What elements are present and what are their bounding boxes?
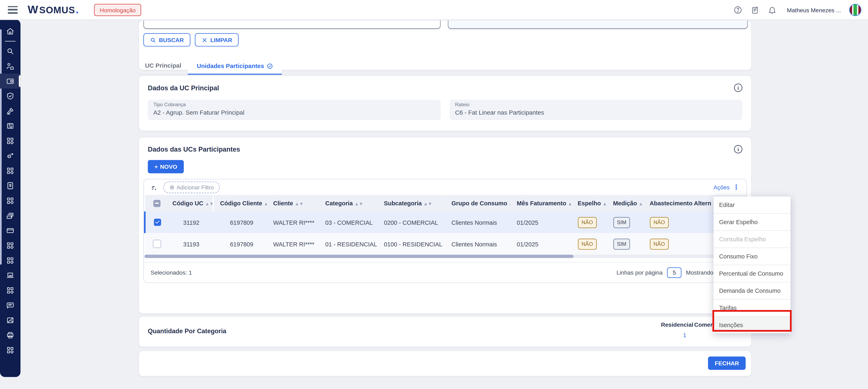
column-header[interactable]: Código UC▲▼ (166, 195, 214, 211)
sidebar-item-grid-icon[interactable] (0, 283, 21, 298)
badge-cell: SIM (607, 233, 643, 255)
sidebar-item-grid-icon[interactable] (0, 133, 21, 148)
field-rateio: Rateio C6 - Fat Linear nas Participantes (450, 100, 742, 120)
sidebar-item-printer-icon[interactable] (0, 328, 21, 342)
sidebar-item-users-home-icon[interactable] (0, 59, 21, 73)
cell: 0200 - COMERCIAL (377, 211, 445, 233)
help-icon[interactable] (733, 5, 742, 14)
user-name[interactable]: Matheus Menezes ... (787, 6, 841, 13)
column-header[interactable]: Mês Faturamento▲▼ (510, 195, 571, 211)
fechar-button[interactable]: FECHAR (708, 357, 746, 370)
column-header[interactable]: Medição▲▼ (607, 195, 643, 211)
quantidade-residencial-value: 1 (683, 332, 686, 338)
column-header[interactable]: Categoria▲▼ (318, 195, 377, 211)
sidebar-item-grid-icon[interactable] (0, 163, 21, 178)
novo-button[interactable]: + NOVO (148, 160, 184, 173)
quantidade-title: Quantidade Por Categoria (148, 328, 226, 334)
column-header[interactable]: Cliente▲▼ (267, 195, 319, 211)
info-icon[interactable]: i (734, 84, 742, 92)
verified-check-icon (267, 63, 273, 69)
tab-bar: UC Principal Unidades Participantes (138, 58, 282, 75)
badge-cell: SIM (607, 211, 643, 233)
status-badge: NÃO (578, 238, 597, 249)
sidebar-item-wallet-icon[interactable] (0, 73, 21, 88)
participantes-section: Dados das UCs Participantes i + NOVO ⊕ A… (138, 137, 751, 314)
table-row: 311936197809WALTER RI****01 - RESIDENCIA… (145, 233, 747, 255)
acoes-context-menu: EditarGerar EspelhoConsulta EspelhoConsu… (714, 197, 790, 333)
user-avatar[interactable] (849, 4, 862, 16)
search-input-left[interactable] (144, 20, 441, 29)
acoes-button[interactable]: Ações ⋮ (713, 183, 740, 191)
sidebar-item-search-icon[interactable] (0, 44, 21, 59)
sidebar-item-home-icon[interactable] (0, 24, 21, 39)
status-badge: NÃO (578, 217, 597, 228)
logo-text: SOMUS (39, 5, 75, 16)
bell-icon[interactable] (768, 5, 776, 14)
sidebar-item-grid-icon[interactable] (0, 238, 21, 253)
rows-per-page-label: Linhas por página (617, 269, 663, 276)
select-all-checkbox[interactable] (153, 200, 161, 207)
menu-hamburger-icon[interactable] (8, 6, 18, 13)
logo-dot: . (76, 3, 79, 16)
selected-count: Selecionados: 1 (151, 269, 192, 276)
column-header[interactable]: Subcategoria▲▼ (377, 195, 445, 211)
menu-item-isen-es[interactable]: Isenções (714, 317, 790, 333)
sidebar-item-image-slash-icon[interactable] (0, 313, 21, 328)
rows-per-page-select[interactable]: 5 (667, 267, 681, 277)
sidebar-item-chat-list-icon[interactable] (0, 298, 21, 313)
cell: 6197809 (214, 233, 267, 255)
scrollbar-thumb[interactable] (145, 255, 574, 258)
quantidade-col-residencial: Residencial (661, 321, 693, 328)
search-input-right[interactable] (448, 20, 748, 29)
uc-principal-section: Dados da UC Principal i Tipo Cobrança A2… (138, 76, 751, 131)
cell: 01/2025 (510, 211, 571, 233)
info-icon[interactable]: i (734, 145, 742, 153)
row-checkbox[interactable] (153, 240, 161, 248)
menu-item-editar[interactable]: Editar (714, 197, 790, 214)
sidebar-item-shield-check-icon[interactable] (0, 89, 21, 103)
sidebar-item-layers-icon[interactable] (0, 208, 21, 223)
quantidade-col-comercial: Comerc (694, 321, 716, 328)
tab-unidades-participantes[interactable]: Unidades Participantes (188, 58, 282, 75)
menu-item-percentual-de-consumo[interactable]: Percentual de Consumo (714, 265, 790, 282)
cell: 31192 (166, 211, 214, 233)
cell: WALTER RI**** (267, 211, 319, 233)
tab-uc-principal[interactable]: UC Principal (138, 62, 188, 74)
app-logo: W SOMUS . (28, 3, 79, 16)
cell: Clientes Normais (445, 233, 510, 255)
dialog-footer: FECHAR (138, 350, 751, 376)
buscar-button[interactable]: BUSCAR (144, 33, 190, 47)
menu-item-consumo-fixo[interactable]: Consumo Fixo (714, 248, 790, 265)
sidebar-item-card-icon[interactable] (0, 223, 21, 238)
logo-mark: W (28, 3, 37, 16)
sidebar-item-doc-dollar-icon[interactable] (0, 178, 21, 193)
participantes-table: ⊕ Adicionar Filtro Ações ⋮ (144, 179, 747, 283)
cell: 01 - RESIDENCIAL (318, 233, 377, 255)
menu-item-demanda-de-consumo[interactable]: Demanda de Consumo (714, 282, 790, 300)
filter-icon[interactable] (151, 184, 158, 190)
note-add-icon[interactable] (750, 5, 759, 14)
sidebar-item-calculator-icon[interactable] (0, 119, 21, 133)
add-filter-button[interactable]: ⊕ Adicionar Filtro (163, 181, 220, 193)
environment-badge: Homologação (94, 4, 141, 16)
limpar-button[interactable]: LIMPAR (195, 33, 239, 47)
plus-icon: + (154, 163, 158, 170)
search-icon (150, 37, 156, 43)
status-badge: SIM (613, 238, 630, 249)
plus-circle-icon: ⊕ (169, 183, 175, 190)
cell: 6197809 (214, 211, 267, 233)
sidebar-divider (5, 41, 15, 42)
sidebar-item-grid-icon[interactable] (0, 342, 21, 358)
column-header[interactable]: Código Cliente▲▼ (214, 195, 267, 211)
column-header[interactable]: Espelho▲▼ (571, 195, 606, 211)
row-checkbox[interactable] (154, 219, 161, 226)
sidebar-item-laptop-icon[interactable] (0, 268, 21, 283)
badge-cell: NÃO (571, 211, 606, 233)
menu-item-gerar-espelho[interactable]: Gerar Espelho (714, 214, 790, 231)
sidebar-item-grid-icon[interactable] (0, 193, 21, 208)
sidebar-item-house-swap-icon[interactable] (0, 148, 21, 163)
menu-item-tarifas[interactable]: Tarifas (714, 300, 790, 317)
column-header[interactable]: Grupo de Consumo▲▼ (445, 195, 510, 211)
sidebar-item-grid-icon[interactable] (0, 253, 21, 268)
sidebar-item-gavel-icon[interactable] (0, 103, 21, 119)
